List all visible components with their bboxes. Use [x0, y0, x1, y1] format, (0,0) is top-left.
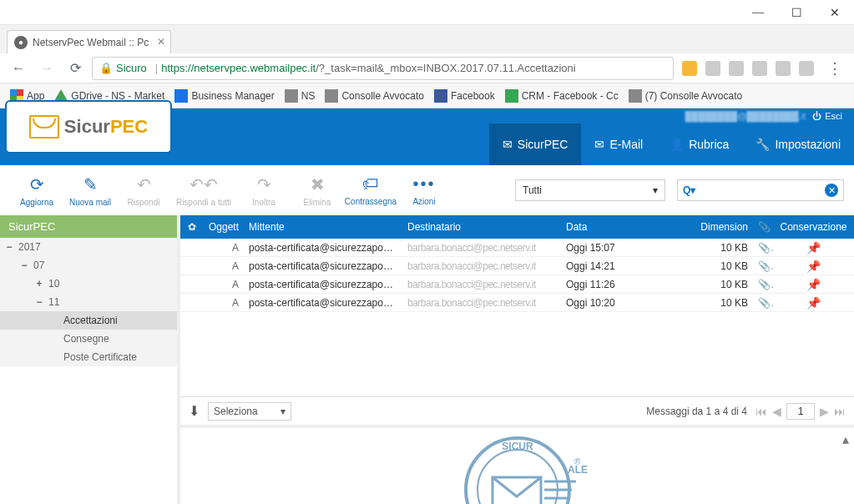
scroll-up-icon[interactable]: ▴	[842, 431, 849, 447]
nav-label: Rubrica	[689, 138, 729, 151]
bookmark-item[interactable]: Facebook	[431, 88, 498, 104]
wrench-icon: 🔧	[755, 138, 770, 151]
col-mittente[interactable]: Mittente	[244, 221, 402, 233]
refresh-button[interactable]: ⟳Aggiorna	[10, 174, 63, 207]
extension-icon[interactable]	[682, 61, 697, 76]
col-conservazione[interactable]: Conservazione	[773, 221, 854, 233]
power-icon: ⏻	[812, 111, 821, 121]
nav-rubrica[interactable]: 👤Rubrica	[656, 123, 742, 165]
btn-label: Rispondi a tutti	[176, 198, 231, 207]
actions-button[interactable]: •••Azioni	[397, 174, 451, 206]
nav-reload-button[interactable]: ⟳	[63, 57, 87, 80]
folder-label: 10	[48, 278, 59, 290]
folder-accettazioni[interactable]: Accettazioni	[0, 311, 177, 330]
tree-toggle-icon[interactable]: −	[0, 241, 18, 253]
nav-email[interactable]: ✉E-Mail	[581, 123, 656, 165]
pager-page-input[interactable]	[786, 403, 815, 420]
folder-consegne[interactable]: Consegne	[0, 330, 177, 348]
cell-dimensione: 10 KB	[686, 297, 753, 309]
col-oggetto[interactable]: Oggett	[204, 221, 244, 233]
pager-last[interactable]: ⏭	[834, 405, 846, 418]
cell-conservazione[interactable]: 📌	[773, 260, 854, 273]
svg-text:SICUR: SICUR	[502, 441, 533, 452]
nav-label: E-Mail	[609, 138, 643, 151]
url-input[interactable]: 🔒 Sicuro | https://netservpec.webmailpec…	[92, 57, 674, 80]
nav-impostazioni[interactable]: 🔧Impostazioni	[742, 123, 854, 165]
folder-2017[interactable]: −2017	[0, 238, 177, 256]
cell-conservazione[interactable]: 📌	[773, 241, 854, 255]
folder-07[interactable]: −07	[0, 256, 177, 275]
pin-icon: 📌	[806, 241, 821, 255]
folder-11[interactable]: −11	[0, 293, 177, 311]
extension-icon[interactable]	[705, 61, 720, 76]
logout-button[interactable]: ⏻ Esci	[812, 111, 842, 121]
url-host: https://netservpec.webmailpec.it	[161, 62, 316, 74]
cell-conservazione[interactable]: 📌	[773, 296, 854, 310]
extension-icon[interactable]	[729, 61, 744, 76]
bookmark-label: Facebook	[451, 90, 495, 102]
window-close[interactable]: ✕	[816, 0, 854, 25]
bookmark-item[interactable]: CRM - Facebook - Cc	[502, 88, 622, 104]
browser-addressbar: ← → ⟳ 🔒 Sicuro | https://netservpec.webm…	[0, 53, 854, 83]
extension-icons	[679, 61, 817, 76]
pager-prev[interactable]: ◀	[772, 405, 781, 418]
select-all-icon[interactable]: ⬇	[189, 403, 200, 419]
cell-oggetto: A	[204, 297, 244, 309]
tree-toggle-icon[interactable]: +	[30, 278, 48, 290]
tab-favicon: ●	[14, 36, 28, 49]
watermark-stamp-icon: SICUR ALE CATA ®	[434, 431, 601, 504]
new-mail-button[interactable]: ✎Nuova mail	[63, 174, 117, 207]
nav-back-button[interactable]: ←	[7, 57, 30, 80]
bookmark-item[interactable]: NS	[281, 88, 319, 104]
bookmark-label: Consolle Avvocato	[341, 90, 424, 102]
cell-destinatario: barbara.bonacci@pec.netserv.it	[402, 242, 561, 254]
envelope-icon: ✉	[594, 138, 604, 151]
more-icon: •••	[412, 174, 435, 194]
svg-text:®: ®	[574, 457, 581, 466]
cell-conservazione[interactable]: 📌	[773, 278, 854, 291]
mark-button[interactable]: 🏷Contrassegna	[344, 174, 397, 206]
window-minimize[interactable]: ―	[739, 0, 777, 25]
search-input[interactable]: Q▾ ✕	[677, 179, 844, 201]
selection-dropdown[interactable]: Seleziona ▾	[208, 402, 291, 421]
message-row[interactable]: Aposta-certificata@sicurezzapost...barba…	[180, 257, 854, 275]
col-data[interactable]: Data	[561, 221, 686, 233]
window-maximize[interactable]: ☐	[777, 0, 816, 25]
nav-sicurpec[interactable]: ✉SicurPEC	[489, 123, 582, 165]
browser-menu-button[interactable]: ⋮	[822, 59, 847, 78]
tree-toggle-icon[interactable]: −	[30, 296, 48, 308]
chevron-down-icon: ▾	[280, 406, 286, 417]
bookmark-item[interactable]: Business Manager	[171, 88, 277, 104]
col-destinatario[interactable]: Destinatario	[402, 221, 561, 233]
message-row[interactable]: Aposta-certificata@sicurezzapost...barba…	[180, 239, 854, 257]
attachment-icon[interactable]: 📎	[753, 221, 773, 233]
gear-icon[interactable]: ✿	[180, 221, 204, 233]
pager-first[interactable]: ⏮	[755, 405, 767, 418]
extension-icon[interactable]	[799, 61, 814, 76]
btn-label: Inoltra	[252, 198, 275, 207]
cell-mittente: posta-certificata@sicurezzapost...	[244, 260, 402, 272]
folder-poste-certificate[interactable]: Poste Certificate	[0, 348, 177, 366]
pager-next[interactable]: ▶	[820, 405, 829, 418]
bookmark-item[interactable]: (7) Consolle Avvocato	[625, 88, 746, 104]
extension-icon[interactable]	[776, 61, 791, 76]
cell-dimensione: 10 KB	[686, 260, 753, 272]
browser-tab[interactable]: ● NetservPec Webmail :: Pc ✕	[7, 30, 171, 53]
nav-forward-button[interactable]: →	[35, 57, 58, 80]
extension-icon[interactable]	[752, 61, 767, 76]
tab-close-icon[interactable]: ✕	[157, 36, 165, 48]
nav-label: SicurPEC	[518, 138, 568, 151]
filter-select[interactable]: Tutti ▾	[515, 179, 665, 201]
logo-text-2: PEC	[110, 116, 148, 137]
folder-10[interactable]: +10	[0, 275, 177, 293]
btn-label: Contrassegna	[345, 197, 397, 206]
tree-toggle-icon[interactable]: −	[15, 260, 33, 271]
clear-search-icon[interactable]: ✕	[825, 184, 838, 197]
folder-label: 2017	[18, 241, 41, 253]
message-row[interactable]: Aposta-certificata@sicurezzapost...barba…	[180, 275, 854, 294]
bookmark-item[interactable]: Consolle Avvocato	[321, 88, 427, 104]
app-logo[interactable]: SicurPEC	[5, 100, 172, 154]
cell-data: Oggi 11:26	[561, 279, 686, 290]
message-row[interactable]: Aposta-certificata@sicurezzapost...barba…	[180, 294, 854, 312]
col-dimensione[interactable]: Dimension	[686, 221, 753, 233]
